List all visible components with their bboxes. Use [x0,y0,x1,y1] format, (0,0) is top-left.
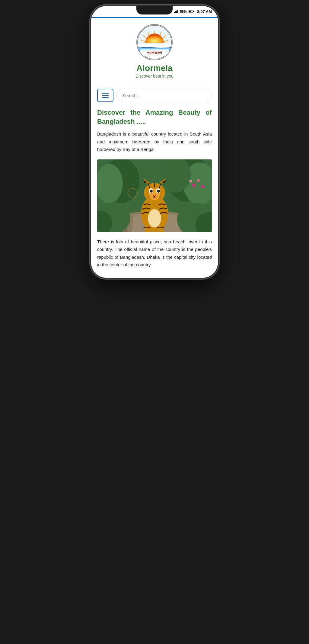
svg-point-50 [192,183,196,187]
svg-text:©: © [132,192,134,195]
search-input[interactable] [116,89,212,102]
article-paragraph-2: There is lots of beautiful place, sea be… [97,238,212,269]
logo-svg: আলোরমেলা [137,25,172,60]
app-content: আলোরমেলা Alormela Discover best in you D… [91,18,218,278]
svg-rect-1 [175,11,176,14]
svg-point-52 [201,185,205,188]
svg-point-41 [158,190,158,191]
logo-container: আলোরমেলা Alormela Discover best in you [97,24,212,84]
svg-point-36 [150,190,153,193]
svg-rect-5 [193,11,194,12]
signal-icon [174,10,178,13]
svg-rect-0 [174,12,175,13]
svg-point-53 [190,180,192,182]
nav-bar [97,89,212,102]
svg-rect-3 [177,10,178,13]
tiger-image-container: © [97,159,212,232]
svg-point-42 [149,196,150,197]
svg-point-51 [197,179,200,182]
battery-icon [189,10,194,13]
status-icons: 58% 2:07 AM [167,9,212,14]
phone-notch [136,6,173,14]
svg-point-45 [161,197,162,197]
svg-text:আলোরমেলা: আলোরমেলা [147,51,162,55]
svg-point-31 [148,209,161,227]
article-heading: Discover the Amazing Beauty of Banglades… [97,108,212,126]
menu-button[interactable] [97,89,113,102]
time-display: 2:07 AM [197,9,212,14]
svg-point-37 [157,190,160,193]
phone-frame: 58% 2:07 AM [91,6,218,278]
menu-line-3 [102,97,109,98]
svg-point-43 [148,197,148,197]
svg-point-44 [160,196,161,197]
svg-rect-2 [176,11,177,13]
app-subtitle: Discover best in you [135,74,174,78]
logo-circle: আলোরমেলা [136,24,173,60]
tiger-illustration: © [97,159,212,232]
menu-line-2 [102,95,109,96]
article-paragraph-1: Bangladesh is a beautiful country locate… [97,130,212,153]
svg-rect-6 [189,11,191,12]
phone-screen: আলোরমেলা Alormela Discover best in you D… [91,17,218,278]
tiger-image: © [97,159,212,232]
app-title: Alormela [136,63,173,73]
menu-line-1 [102,93,109,94]
battery-level: 58% [180,10,187,13]
svg-point-40 [151,190,151,191]
